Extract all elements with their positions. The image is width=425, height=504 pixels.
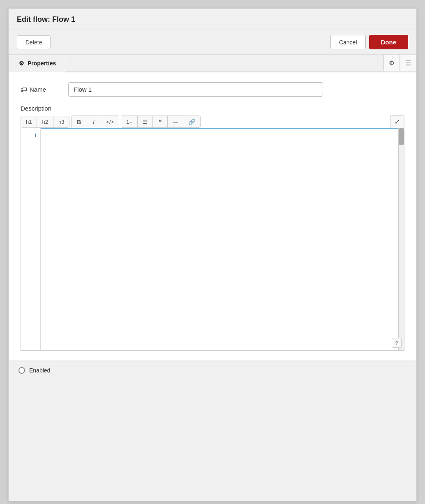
heading-group: h1 h2 h3 — [21, 116, 69, 128]
h2-button[interactable]: h2 — [37, 116, 53, 127]
gear-icon: ⚙ — [389, 59, 395, 67]
name-label-text: Name — [30, 86, 46, 93]
list-icon-button[interactable]: ☰ — [400, 55, 416, 71]
line-numbers: 1 — [21, 128, 41, 350]
format-group: B I </> — [71, 116, 119, 128]
expand-button[interactable]: ⤢ — [390, 115, 404, 128]
editor-scrollbar[interactable] — [398, 128, 404, 350]
name-label: 🏷 Name — [21, 86, 62, 93]
italic-button[interactable]: I — [86, 116, 101, 128]
panel-title: Edit flow: Flow 1 — [17, 15, 75, 23]
code-button[interactable]: </> — [101, 116, 119, 128]
tab-icons: ⚙ ☰ — [383, 55, 416, 72]
link-icon: 🔗 — [188, 118, 195, 125]
gear-tab-icon: ⚙ — [19, 60, 24, 67]
toolbar-left: Delete — [17, 35, 51, 49]
description-textarea[interactable] — [41, 128, 398, 350]
ordered-list-icon: 1≡ — [126, 119, 132, 125]
tag-icon: 🏷 — [21, 86, 27, 93]
bold-button[interactable]: B — [72, 116, 86, 128]
h1-button[interactable]: h1 — [21, 116, 37, 127]
unordered-list-icon: ☰ — [143, 119, 148, 125]
enabled-checkbox[interactable] — [18, 367, 25, 374]
description-section: Description h1 h2 h3 B I </> 1≡ — [21, 105, 404, 351]
quote-button[interactable]: ❝ — [153, 116, 168, 127]
delete-button[interactable]: Delete — [17, 35, 51, 49]
tab-properties[interactable]: ⚙ Properties — [9, 55, 66, 72]
unordered-list-button[interactable]: ☰ — [138, 116, 153, 127]
panel-header: Edit flow: Flow 1 — [9, 9, 416, 30]
settings-icon-button[interactable]: ⚙ — [383, 55, 400, 71]
enabled-label: Enabled — [29, 367, 50, 374]
editor-toolbar: h1 h2 h3 B I </> 1≡ ☰ — [21, 115, 404, 128]
tab-properties-label: Properties — [28, 60, 56, 67]
cancel-button[interactable]: Cancel — [330, 35, 366, 49]
hr-button[interactable]: — — [168, 116, 183, 127]
toolbar: Delete Cancel Done — [9, 30, 416, 55]
done-button[interactable]: Done — [369, 35, 409, 49]
tab-bar: ⚙ Properties ⚙ ☰ — [9, 55, 416, 72]
line-number-1: 1 — [34, 132, 37, 139]
content-area: 🏷 Name Description h1 h2 h3 B I </> — [9, 72, 416, 361]
quote-icon: ❝ — [159, 118, 162, 125]
list-icon: ☰ — [405, 59, 411, 67]
name-input[interactable] — [68, 82, 323, 97]
name-row: 🏷 Name — [21, 82, 404, 97]
list-group: 1≡ ☰ ❝ — 🔗 — [121, 116, 201, 128]
ordered-list-button[interactable]: 1≡ — [121, 116, 138, 127]
footer-bar: Enabled — [9, 361, 416, 379]
description-label: Description — [21, 105, 404, 112]
toolbar-right: Cancel Done — [330, 35, 408, 49]
link-button[interactable]: 🔗 — [183, 116, 200, 127]
edit-flow-panel: Edit flow: Flow 1 Delete Cancel Done ⚙ P… — [8, 8, 417, 502]
help-button[interactable]: ? — [392, 338, 402, 348]
scrollbar-thumb — [399, 128, 404, 145]
h3-button[interactable]: h3 — [53, 116, 69, 127]
expand-icon: ⤢ — [395, 118, 400, 125]
description-editor-wrap: 1 ? — [21, 128, 404, 351]
